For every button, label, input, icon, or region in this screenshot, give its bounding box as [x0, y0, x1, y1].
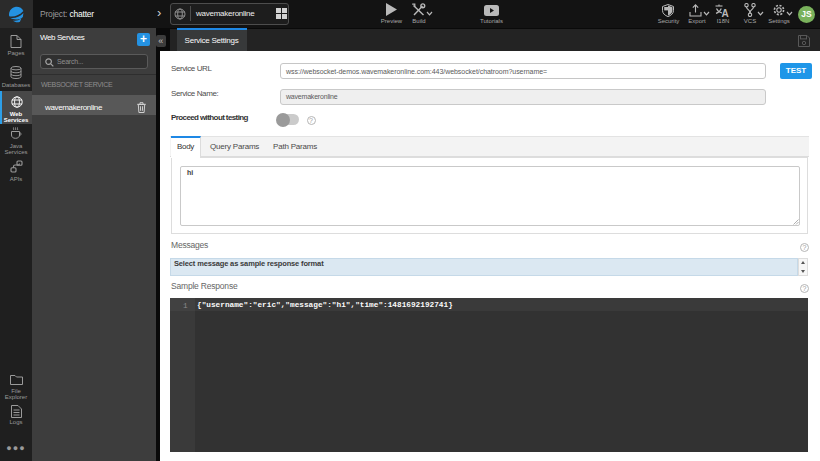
svg-text:A: A	[722, 7, 729, 16]
